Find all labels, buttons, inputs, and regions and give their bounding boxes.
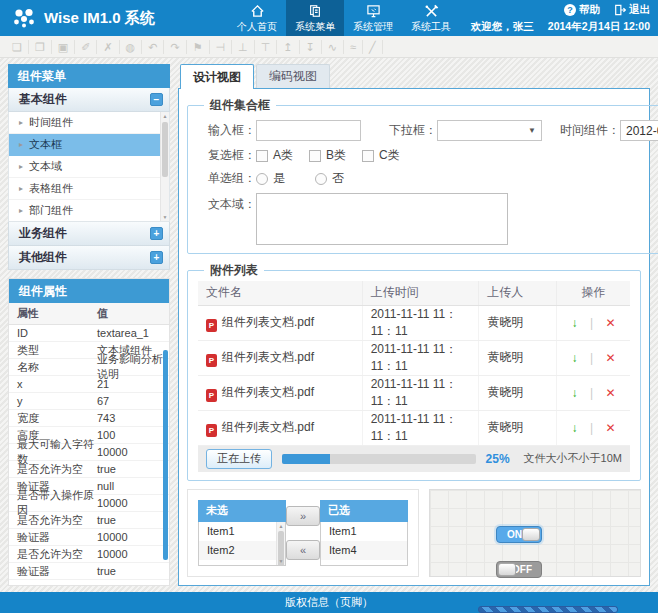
property-row[interactable]: x 21 (9, 376, 169, 393)
toggle-switch-on[interactable]: ON (496, 526, 542, 543)
toolbar-icon[interactable]: ≈ (344, 40, 363, 54)
toolbar-icon[interactable]: ❐ (29, 40, 52, 54)
property-row[interactable]: 是否允许为空 true (9, 512, 169, 529)
property-row[interactable]: 是否带入操作原因 10000 (9, 495, 169, 512)
remove-icon[interactable]: ✕ (605, 386, 615, 400)
scrollbar-thumb[interactable] (162, 122, 168, 177)
tab-design-view[interactable]: 设计视图 (180, 64, 254, 89)
checkbox-icon[interactable] (309, 150, 321, 162)
radio-option[interactable]: 是 (256, 170, 285, 187)
checkbox-icon[interactable] (362, 150, 374, 162)
property-row[interactable]: 名称 业务影响分析说明 (9, 359, 169, 376)
toolbar-icon[interactable]: ↥ (277, 40, 299, 54)
download-icon[interactable]: ↓ (572, 351, 578, 365)
tab-code-view[interactable]: 编码视图 (256, 64, 330, 88)
toolbar-icon[interactable]: ◍ (120, 40, 143, 54)
uploading-button[interactable]: 正在上传 (206, 449, 272, 469)
property-row[interactable]: 验证器 10000 (9, 529, 169, 546)
radio-option[interactable]: 否 (315, 170, 344, 187)
toolbar-icon[interactable]: ❏ (6, 40, 29, 54)
property-row[interactable]: ID textarea_1 (9, 325, 169, 342)
properties-scrollbar[interactable] (163, 350, 168, 560)
menu-list-scrollbar[interactable]: ▲ ▼ (160, 112, 169, 221)
list-item[interactable]: Item2 (199, 541, 276, 560)
documents-icon (308, 3, 322, 19)
app-logo: Wise IM1.0 系统 (0, 6, 155, 30)
component-menu-item[interactable]: ▸ 表格组件 (9, 178, 160, 200)
checkbox-option[interactable]: A类 (256, 147, 293, 164)
collapse-icon[interactable]: − (150, 93, 163, 106)
nav-item-system-menu[interactable]: 系统菜单 (286, 0, 344, 36)
component-menu-item[interactable]: ▸ 时间组件 (9, 112, 160, 134)
checkbox-option[interactable]: B类 (309, 147, 346, 164)
nav-item-system-manage[interactable]: 系统管理 (344, 0, 402, 36)
component-menu-item[interactable]: ▸ 部门组件 (9, 200, 160, 222)
logo-icon (12, 6, 36, 30)
textarea-field[interactable] (256, 193, 508, 245)
file-name[interactable]: 组件列表文档.pdf (222, 350, 314, 364)
toggle-switch-off[interactable]: OFF (496, 561, 542, 578)
list-item[interactable]: Item1 (321, 522, 407, 541)
file-name[interactable]: 组件列表文档.pdf (222, 420, 314, 434)
group-other-components[interactable]: 其他组件 + (8, 246, 170, 270)
logout-link[interactable]: 退出 (614, 3, 650, 17)
help-link[interactable]: ? 帮助 (564, 3, 600, 17)
attachment-row: P组件列表文档.pdf 2011-11-11 11：11：11 黄晓明 ↓ | … (198, 305, 630, 340)
toolbar-icon[interactable]: ↶ (142, 40, 164, 54)
upload-note: 文件大小不小于10M (524, 451, 622, 466)
text-input[interactable] (256, 120, 361, 141)
file-name[interactable]: 组件列表文档.pdf (222, 315, 314, 329)
scroll-up-icon[interactable]: ▲ (277, 523, 285, 529)
scroll-down-icon[interactable]: ▼ (161, 214, 169, 220)
property-row[interactable]: 是否允许为空 10000 (9, 546, 169, 563)
list-item[interactable]: Item1 (199, 522, 276, 541)
component-menu-item[interactable]: ▸ 文本域 (9, 156, 160, 178)
file-name[interactable]: 组件列表文档.pdf (222, 385, 314, 399)
toolbar-icon[interactable]: ⊤ (255, 40, 278, 54)
group-business-components[interactable]: 业务组件 + (8, 222, 170, 246)
toolbar-icon[interactable]: ↷ (164, 40, 186, 54)
toolbar-icon[interactable]: ⊣ (210, 40, 233, 54)
toolbar-icon[interactable]: ⚑ (187, 40, 210, 54)
dropdown-select[interactable]: ▼ (437, 120, 542, 141)
expand-icon[interactable]: + (150, 227, 163, 240)
component-menu-item[interactable]: ▸ 文本框 (9, 134, 160, 156)
download-icon[interactable]: ↓ (572, 421, 578, 435)
scroll-up-icon[interactable]: ▲ (161, 113, 169, 119)
radio-icon[interactable] (256, 173, 268, 185)
nav-item-home[interactable]: 个人首页 (228, 0, 286, 36)
remove-icon[interactable]: ✕ (605, 316, 615, 330)
checkbox-icon[interactable] (256, 150, 268, 162)
striped-progress-bar[interactable] (478, 606, 618, 613)
property-row[interactable]: 验证器 true (9, 563, 169, 580)
date-picker[interactable]: 2012-07-01 ▦ (620, 120, 658, 141)
remove-icon[interactable]: ✕ (605, 351, 615, 365)
download-icon[interactable]: ↓ (572, 316, 578, 330)
property-row[interactable]: 是否允许为空 true (9, 461, 169, 478)
toolbar-icon[interactable]: ╱ (363, 40, 383, 54)
list-item[interactable]: Item4 (321, 541, 407, 560)
list-scrollbar[interactable]: ▲ ▼ (276, 522, 285, 566)
toolbar-icon[interactable]: ✐ (75, 40, 97, 54)
toolbar-icon[interactable]: ∿ (322, 40, 344, 54)
move-right-button[interactable]: » (286, 506, 320, 526)
expand-icon[interactable]: + (150, 251, 163, 264)
toggle-knob[interactable] (498, 563, 516, 576)
scroll-down-icon[interactable]: ▼ (277, 558, 285, 564)
checkbox-option[interactable]: C类 (362, 147, 400, 164)
toggle-knob[interactable] (522, 528, 540, 541)
group-basic-components[interactable]: 基本组件 − (8, 88, 170, 112)
toolbar-icon[interactable]: ✗ (97, 40, 119, 54)
list-item[interactable]: Item3 (199, 560, 276, 567)
download-icon[interactable]: ↓ (572, 386, 578, 400)
toolbar-icon[interactable]: ↧ (300, 40, 322, 54)
property-row[interactable]: 最大可输入字符数 10000 (9, 444, 169, 461)
property-row[interactable]: 宽度 743 (9, 410, 169, 427)
move-left-button[interactable]: « (286, 540, 320, 560)
radio-icon[interactable] (315, 173, 327, 185)
remove-icon[interactable]: ✕ (605, 421, 615, 435)
nav-item-system-tools[interactable]: 系统工具 (402, 0, 460, 36)
property-row[interactable]: y 67 (9, 393, 169, 410)
toolbar-icon[interactable]: ⊥ (232, 40, 255, 54)
toolbar-icon[interactable]: ▣ (52, 40, 75, 54)
